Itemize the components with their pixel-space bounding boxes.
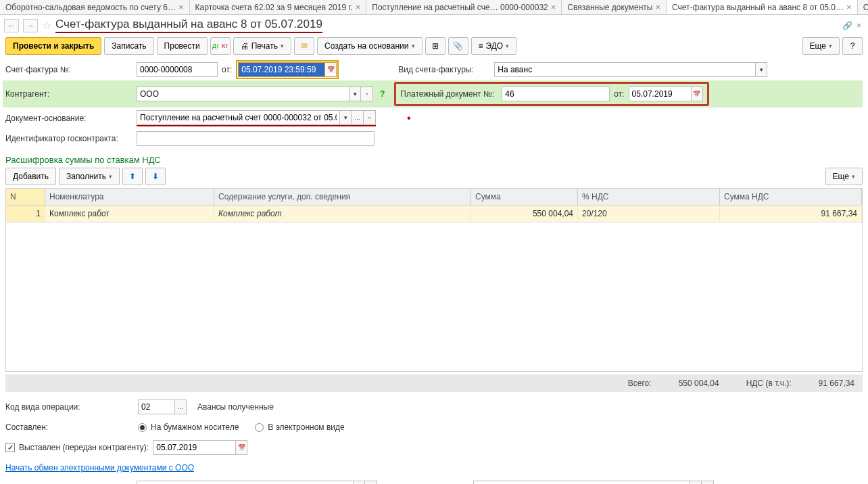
nds-label: НДС (в т.ч.): (746, 379, 792, 388)
table-more-button[interactable]: Еще▾ (825, 168, 863, 185)
counterparty-input[interactable] (137, 87, 349, 101)
col-sum[interactable]: Сумма (471, 189, 578, 205)
tab-3[interactable]: Связанные документы× (562, 0, 667, 14)
col-nds-rate[interactable]: % НДС (578, 189, 720, 205)
calendar-icon[interactable]: 📅 (324, 62, 337, 77)
move-down-button[interactable]: ⬇ (145, 168, 166, 185)
structure-button[interactable]: ⊞ (425, 37, 445, 55)
ellipsis-icon[interactable]: … (352, 110, 364, 125)
nds-table: N Номенклатура Содержание услуги, доп. с… (5, 188, 863, 372)
gov-contract-label: Идентификатор госконтракта: (5, 134, 132, 143)
from-label-1: от: (222, 65, 232, 74)
close-icon[interactable]: × (655, 2, 660, 12)
invoice-no-label: Счет-фактура №: (5, 65, 132, 74)
create-based-on-button[interactable]: Создать на основании▾ (317, 37, 423, 55)
col-nomenclature[interactable]: Номенклатура (45, 189, 214, 205)
arrow-up-icon: ⬆ (129, 172, 136, 181)
invoice-date-input[interactable] (238, 62, 324, 77)
paperclip-icon: 📎 (453, 41, 463, 51)
page-title: Счет-фактура выданный на аванс 8 от 05.0… (55, 18, 322, 33)
issued-label: Выставлен (передан контрагенту): (19, 443, 149, 452)
dropdown-icon[interactable]: ▾ (353, 481, 365, 484)
tab-5[interactable]: Счет-фактура выданный 0000-0000008 от 0…… (858, 0, 868, 14)
open-icon[interactable]: ▫ (361, 87, 373, 101)
from-label-2: от: (614, 89, 624, 99)
calendar-icon[interactable]: 📅 (235, 440, 247, 455)
basis-doc-input[interactable] (137, 110, 339, 125)
close-icon[interactable]: × (846, 2, 852, 12)
calendar-icon[interactable]: 📅 (691, 87, 703, 101)
arrow-down-icon: ⬇ (152, 172, 159, 181)
tab-bar: Оборотно-сальдовая ведомость по счету 6…… (0, 0, 868, 15)
tab-0[interactable]: Оборотно-сальдовая ведомость по счету 6…… (0, 0, 190, 14)
nds-sum: 91 667,34 (819, 379, 854, 388)
dropdown-icon[interactable]: ▾ (690, 481, 702, 484)
edo-button[interactable]: ≡ЭДО▾ (471, 37, 517, 55)
post-and-close-button[interactable]: Провести и закрыть (5, 37, 101, 55)
payment-no-input[interactable] (502, 87, 610, 101)
attach-button[interactable]: 📎 (448, 37, 468, 55)
ellipsis-icon[interactable]: … (174, 400, 187, 414)
help-button[interactable]: ? (842, 37, 863, 55)
issued-date-input[interactable] (153, 440, 235, 455)
payment-doc-label: Платежный документ №: (400, 89, 498, 99)
debit-credit-button[interactable]: ДтКт (210, 37, 231, 55)
more-button[interactable]: Еще▾ (802, 37, 840, 55)
favorite-icon[interactable]: ☆ (42, 19, 51, 32)
op-code-label: Код вида операции: (5, 402, 134, 412)
issued-checkbox[interactable] (5, 443, 15, 452)
col-n[interactable]: N (6, 189, 45, 205)
gov-contract-input[interactable] (137, 131, 375, 146)
table-row[interactable]: 1 Комплекс работ Комплекс работ 550 004,… (6, 205, 862, 222)
col-description[interactable]: Содержание услуги, доп. сведения (214, 189, 471, 205)
counterparty-label: Контрагент: (5, 89, 132, 99)
manager-input[interactable] (137, 481, 353, 484)
op-code-desc: Авансы полученные (197, 402, 274, 412)
dropdown-icon[interactable]: ▾ (349, 87, 361, 101)
close-icon[interactable]: × (551, 2, 556, 12)
link-icon[interactable]: 🔗 (842, 21, 852, 30)
tab-4[interactable]: Счет-фактура выданный на аванс 8 от 05.0… (667, 0, 858, 14)
totals-bar: Всего: 550 004,04 НДС (в т.ч.): 91 667,3… (5, 374, 863, 392)
total-sum: 550 004,04 (679, 379, 719, 388)
red-dot-marker: • (407, 112, 411, 124)
col-nds-sum[interactable]: Сумма НДС (720, 189, 862, 205)
invoice-no-input[interactable] (137, 62, 218, 77)
nav-back-button[interactable]: ← (4, 19, 19, 32)
open-icon[interactable]: ▫ (364, 110, 376, 125)
hierarchy-icon: ⊞ (432, 41, 439, 51)
add-row-button[interactable]: Добавить (5, 168, 56, 185)
edo-icon: ≡ (479, 41, 483, 51)
save-button[interactable]: Записать (104, 37, 153, 55)
close-window-icon[interactable]: × (857, 21, 861, 30)
electronic-label: В электронном виде (268, 422, 344, 432)
tab-2[interactable]: Поступление на расчетный сче… 0000-00003… (366, 0, 562, 14)
total-label: Всего: (628, 379, 652, 388)
envelope-icon: ✉ (301, 41, 308, 51)
start-edo-link[interactable]: Начать обмен электронными документами с … (5, 463, 194, 473)
help-hint-icon[interactable]: ? (380, 89, 385, 99)
post-button[interactable]: Провести (157, 37, 208, 55)
close-icon[interactable]: × (178, 2, 184, 12)
print-button[interactable]: 🖨Печать▾ (233, 37, 291, 55)
tab-1[interactable]: Карточка счета 62.02 за 9 месяцев 2019 г… (190, 0, 367, 14)
dropdown-icon[interactable]: ▾ (755, 62, 767, 77)
basis-doc-label: Документ-основание: (5, 114, 132, 123)
open-icon[interactable]: ▫ (702, 481, 714, 484)
table-empty-area[interactable] (6, 222, 862, 371)
accountant-input[interactable] (473, 481, 690, 484)
payment-date-input[interactable] (629, 87, 691, 101)
email-button[interactable]: ✉ (294, 37, 314, 55)
dropdown-icon[interactable]: ▾ (339, 110, 352, 125)
invoice-type-select[interactable] (494, 62, 755, 77)
open-icon[interactable]: ▫ (365, 481, 377, 484)
nav-forward-button[interactable]: → (23, 19, 38, 32)
close-icon[interactable]: × (356, 2, 361, 12)
fill-button[interactable]: Заполнить▾ (59, 168, 120, 185)
printer-icon: 🖨 (241, 41, 249, 51)
composed-label: Составлен: (5, 422, 134, 432)
move-up-button[interactable]: ⬆ (122, 168, 143, 185)
paper-radio[interactable] (138, 423, 147, 432)
electronic-radio[interactable] (255, 423, 264, 432)
op-code-input[interactable] (138, 400, 174, 414)
